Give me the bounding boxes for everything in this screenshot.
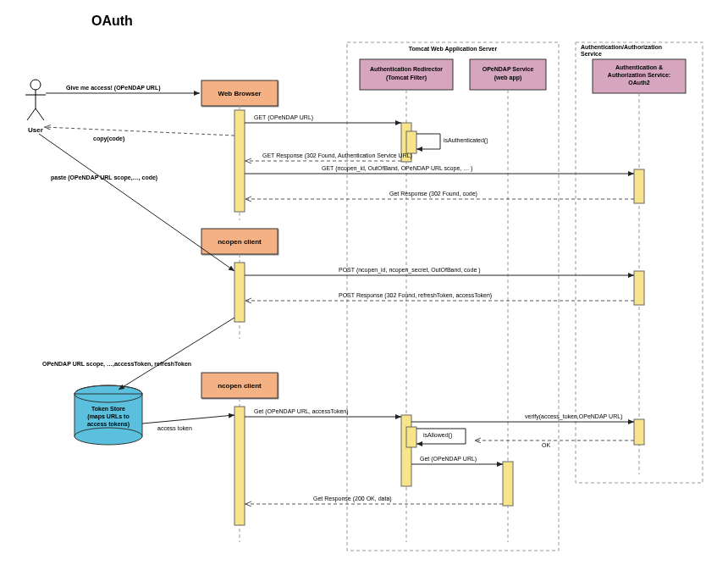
svg-text:(Tomcat Filter): (Tomcat Filter) <box>386 75 427 81</box>
msg-access-token <box>142 415 234 424</box>
svg-text:(maps URLs to: (maps URLs to <box>87 413 129 420</box>
activation-redirector-self <box>406 131 416 153</box>
svg-text:Authentication Redirector: Authentication Redirector <box>370 66 443 72</box>
svg-text:OPeNDAP URL scope, …,accessTok: OPeNDAP URL scope, …,accessToken, refres… <box>42 361 191 368</box>
svg-text:isAuthenticated(): isAuthenticated() <box>444 137 488 144</box>
svg-text:isAllowed(): isAllowed() <box>423 432 452 439</box>
activation-redirector-self2 <box>406 427 416 447</box>
msg-paste-code <box>39 134 234 271</box>
svg-text:Service: Service <box>581 51 602 57</box>
svg-point-16 <box>74 428 142 445</box>
svg-text:copy(code): copy(code) <box>93 136 124 142</box>
svg-text:GET Response (302 Found, Authe: GET Response (302 Found, Authentication … <box>262 152 412 159</box>
svg-text:GET (ncopen_id,  OutOfBand,  O: GET (ncopen_id, OutOfBand, OPeNDAP URL s… <box>322 165 472 172</box>
svg-text:(web app): (web app) <box>494 75 522 81</box>
svg-text:access token: access token <box>157 425 192 431</box>
svg-text:Web Browser: Web Browser <box>218 90 262 97</box>
svg-text:OPeNDAP Service: OPeNDAP Service <box>483 66 534 72</box>
svg-text:ncopen client: ncopen client <box>218 382 262 390</box>
actor-user: User <box>25 80 46 134</box>
svg-line-3 <box>27 108 36 120</box>
svg-text:Get Response (302 Found, code): Get Response (302 Found, code) <box>389 191 477 197</box>
svg-text:Get Response (200 OK, data): Get Response (200 OK, data) <box>313 496 392 502</box>
svg-text:GET (OPeNDAP URL): GET (OPeNDAP URL) <box>254 114 313 121</box>
svg-text:Authentication/Authorization: Authentication/Authorization <box>581 44 662 50</box>
activation-ncopen1 <box>234 263 245 322</box>
actor-token-store: Token Store (maps URLs to access tokens) <box>74 385 142 445</box>
svg-line-4 <box>36 108 44 120</box>
svg-text:POST (ncopen_id, ncopen_secret: POST (ncopen_id, ncopen_secret, OutOfBan… <box>339 267 481 274</box>
activation-redirector-2 <box>401 415 411 486</box>
activation-browser <box>234 110 245 212</box>
svg-text:access tokens): access tokens) <box>87 421 130 428</box>
svg-text:Authentication &: Authentication & <box>615 64 663 70</box>
activation-auth-3 <box>634 419 644 445</box>
svg-text:OAuth2: OAuth2 <box>628 80 649 86</box>
svg-text:Tomcat Web Application Server: Tomcat Web Application Server <box>409 46 498 53</box>
svg-text:Give me access!  (OPeNDAP URL): Give me access! (OPeNDAP URL) <box>66 85 161 91</box>
svg-point-0 <box>30 80 41 90</box>
svg-text:Authorization Service:: Authorization Service: <box>608 72 670 78</box>
actor-auth-service: Authentication & Authorization Service: … <box>593 59 686 474</box>
svg-text:Get (OPeNDAP URL): Get (OPeNDAP URL) <box>420 456 477 462</box>
svg-text:POST Response (302 Found, refr: POST Response (302 Found, refreshToken, … <box>339 292 492 299</box>
activation-auth-2 <box>634 271 644 305</box>
activation-opendap <box>503 462 513 506</box>
svg-text:Get (OPeNDAP URL, accessToken): Get (OPeNDAP URL, accessToken) <box>254 408 349 415</box>
svg-text:OK: OK <box>542 442 550 448</box>
msg-copy-code <box>44 127 234 136</box>
svg-text:verify(access_token,OPeNDAP UR: verify(access_token,OPeNDAP URL) <box>525 413 622 420</box>
svg-text:paste (OPeNDAP URL scope,…, co: paste (OPeNDAP URL scope,…, code) <box>51 174 157 181</box>
actor-user-label: User <box>28 126 43 134</box>
svg-text:Token Store: Token Store <box>91 406 125 412</box>
diagram-title: OAuth <box>91 14 133 28</box>
activation-ncopen2 <box>234 407 245 525</box>
activation-auth-1 <box>634 169 644 203</box>
svg-text:ncopen client: ncopen client <box>218 238 262 246</box>
msg-is-authenticated <box>416 134 440 149</box>
